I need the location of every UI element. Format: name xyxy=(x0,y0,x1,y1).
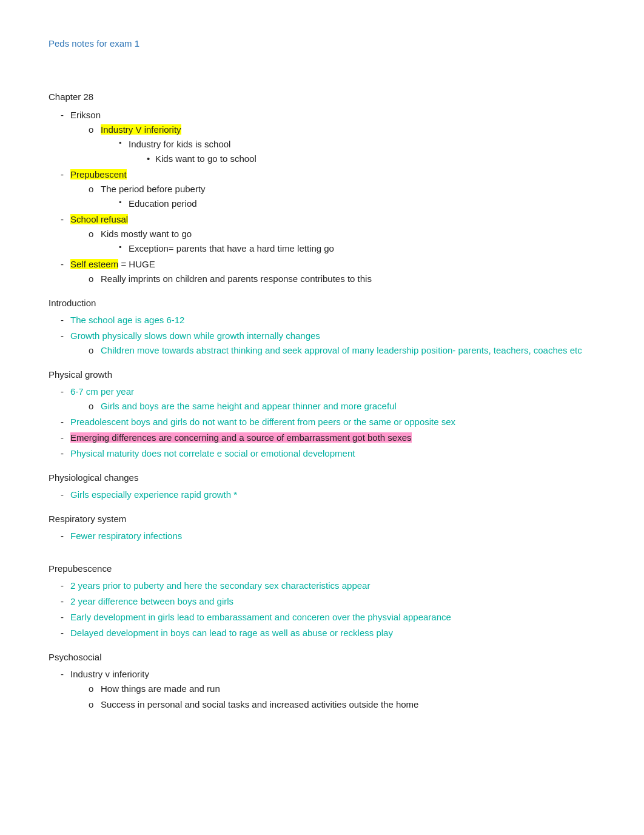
two-years-prior-text: 2 years prior to puberty and here the se… xyxy=(70,580,370,591)
exception-text: Exception= parents that have a hard time… xyxy=(129,243,334,253)
list-item-kids-want: Kids want to go to school xyxy=(147,152,595,166)
list-item-success: Success in personal and social tasks and… xyxy=(89,697,595,712)
kids-mostly-text: Kids mostly want to go xyxy=(101,229,192,239)
age-text: The school age is ages 6-12 xyxy=(70,315,184,325)
list-item-fewer-infections: Fewer respiratory infections xyxy=(61,529,595,543)
respiratory-heading: Respiratory system xyxy=(49,512,595,526)
school-refusal-label: School refusal xyxy=(70,214,128,224)
delayed-dev-text: Delayed development in boys can lead to … xyxy=(70,628,393,638)
list-item-children: Children move towards abstract thinking … xyxy=(89,343,595,358)
list-item-emerging: Emerging differences are concerning and … xyxy=(61,431,595,445)
list-item-how-things: How things are made and run xyxy=(89,682,595,696)
maturity-text: Physical maturity does not correlate e s… xyxy=(70,448,355,458)
list-item-industry-v-inferiority: Industry V inferiority Industry for kids… xyxy=(89,122,595,166)
imprints-text: Really imprints on children and parents … xyxy=(101,273,372,284)
period-puberty-text: The period before puberty xyxy=(101,184,206,194)
physical-growth-heading: Physical growth xyxy=(49,367,595,382)
list-item-girls-boys: Girls and boys are the same height and a… xyxy=(89,399,595,414)
list-item-exception: Exception= parents that have a hard time… xyxy=(119,241,595,256)
list-item-preadolescent: Preadolescent boys and girls do not want… xyxy=(61,415,595,429)
list-item-delayed-dev: Delayed development in boys can lead to … xyxy=(61,626,595,640)
list-item-early-dev: Early development in girls lead to embar… xyxy=(61,610,595,625)
prepubescence-heading: Prepubescence xyxy=(49,562,595,576)
list-item-school-refusal: School refusal Kids mostly want to go Ex… xyxy=(61,212,595,256)
list-item-industry-kids: Industry for kids is school Kids want to… xyxy=(119,137,595,166)
children-text: Children move towards abstract thinking … xyxy=(101,345,582,355)
page-title: Peds notes for exam 1 xyxy=(49,36,595,51)
list-item-two-years-prior: 2 years prior to puberty and here the se… xyxy=(61,578,595,593)
girls-boys-text: Girls and boys are the same height and a… xyxy=(101,401,397,411)
success-text: Success in personal and social tasks and… xyxy=(101,699,418,709)
list-item-education-period: Education period xyxy=(119,196,595,211)
how-things-text: How things are made and run xyxy=(101,683,220,694)
list-item-erikson: Erikson Industry V inferiority Industry … xyxy=(61,108,595,166)
list-item-girls-rapid: Girls especially experience rapid growth… xyxy=(61,488,595,502)
introduction-heading: Introduction xyxy=(49,296,595,310)
self-esteem-value: = HUGE xyxy=(121,259,155,269)
list-item-imprints: Really imprints on children and parents … xyxy=(89,272,595,286)
preadolescent-text: Preadolescent boys and girls do not want… xyxy=(70,417,455,427)
emerging-text: Emerging differences are concerning and … xyxy=(70,432,412,443)
list-item-age: The school age is ages 6-12 xyxy=(61,313,595,327)
education-period-text: Education period xyxy=(129,198,197,209)
rate-text: 6-7 cm per year xyxy=(70,386,134,397)
psychosocial-heading: Psychosocial xyxy=(49,650,595,665)
list-item-two-year-diff: 2 year difference between boys and girls xyxy=(61,594,595,609)
list-item-rate: 6-7 cm per year Girls and boys are the s… xyxy=(61,384,595,414)
list-item-kids-mostly: Kids mostly want to go Exception= parent… xyxy=(89,227,595,256)
industry-v-text: Industry v inferiority xyxy=(70,669,149,679)
list-item-maturity: Physical maturity does not correlate e s… xyxy=(61,446,595,461)
chapter-heading: Chapter 28 xyxy=(49,90,595,104)
industry-kids-text: Industry for kids is school xyxy=(129,139,230,149)
list-item-prepubescent: Prepubescent The period before puberty E… xyxy=(61,167,595,211)
erikson-label: Erikson xyxy=(70,110,101,120)
list-item-industry-v: Industry v inferiority How things are ma… xyxy=(61,667,595,712)
girls-rapid-text: Girls especially experience rapid growth… xyxy=(70,489,237,500)
growth-intro-text: Growth physically slows down while growt… xyxy=(70,330,320,341)
self-esteem-label: Self esteem xyxy=(70,259,118,269)
fewer-infections-text: Fewer respiratory infections xyxy=(70,531,182,541)
industry-v-inferiority-text: Industry V inferiority xyxy=(101,124,181,135)
list-item-growth-intro: Growth physically slows down while growt… xyxy=(61,329,595,358)
kids-want-text: Kids want to go to school xyxy=(155,153,257,164)
list-item-period-puberty: The period before puberty Education peri… xyxy=(89,182,595,211)
early-dev-text: Early development in girls lead to embar… xyxy=(70,612,451,622)
list-item-self-esteem: Self esteem = HUGE Really imprints on ch… xyxy=(61,257,595,286)
prepubescent-label: Prepubescent xyxy=(70,169,127,179)
physiological-changes-heading: Physiological changes xyxy=(49,471,595,485)
two-year-diff-text: 2 year difference between boys and girls xyxy=(70,596,233,606)
